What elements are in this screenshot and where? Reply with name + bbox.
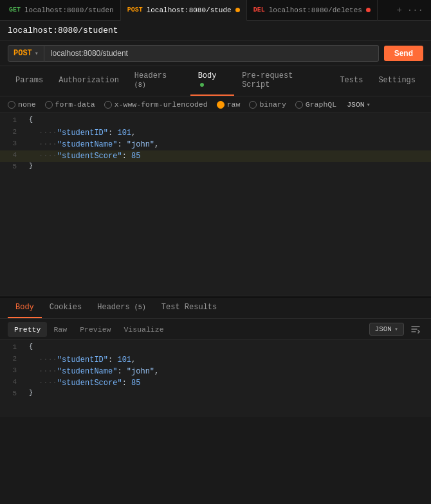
response-tabs: Body Cookies Headers (5) Test Results <box>0 298 431 319</box>
method-select[interactable]: POST ▾ <box>8 45 44 62</box>
body-type-chevron-icon: ▾ <box>367 101 371 109</box>
request-toolbar: POST ▾ Send <box>0 41 431 66</box>
request-body-editor[interactable]: 1 { 2 ····"studentID": 101, 3 ····"stude… <box>0 113 431 296</box>
option-raw[interactable]: raw <box>217 100 241 109</box>
radio-graphql <box>295 101 303 109</box>
resp-tab-headers[interactable]: Headers (5) <box>89 298 154 318</box>
method-chevron-icon: ▾ <box>35 50 39 57</box>
tab-get[interactable]: GET localhost:8080/studen <box>3 0 121 21</box>
tab-del-dot <box>366 8 371 12</box>
resp-format-raw[interactable]: Raw <box>47 322 73 337</box>
tab-settings[interactable]: Settings <box>371 71 423 91</box>
tab-post-method: POST <box>127 6 143 14</box>
tab-actions: + ··· <box>391 5 428 15</box>
resp-type-value: JSON <box>375 325 392 333</box>
resp-tab-cookies[interactable]: Cookies <box>42 298 89 318</box>
tab-authorization[interactable]: Authorization <box>51 71 127 91</box>
resp-tab-test-results[interactable]: Test Results <box>154 298 225 318</box>
response-toolbar: Pretty Raw Preview Visualize JSON ▾ <box>0 319 431 340</box>
code-line-1: 1 { <box>0 116 431 127</box>
option-form-data[interactable]: form-data <box>45 100 95 109</box>
body-active-dot <box>200 83 204 87</box>
url-breadcrumb: localhost:8080/student <box>0 21 431 41</box>
resp-format-pretty[interactable]: Pretty <box>8 322 47 337</box>
url-input[interactable] <box>44 45 379 62</box>
resp-format-preview[interactable]: Preview <box>73 322 117 337</box>
tab-post-url: localhost:8080/stude <box>147 6 232 14</box>
radio-raw <box>217 101 225 109</box>
tab-del[interactable]: DEL localhost:8080/deletes <box>247 0 378 21</box>
option-binary[interactable]: binary <box>249 100 286 109</box>
resp-line-4: 4 ····"studentScore": 85 <box>0 377 431 389</box>
send-button[interactable]: Send <box>384 46 423 61</box>
body-type-value: JSON <box>347 100 365 109</box>
request-nav-tabs: Params Authorization Headers (8) Body Pr… <box>0 66 431 96</box>
method-value: POST <box>14 49 32 58</box>
tab-tests[interactable]: Tests <box>332 71 371 91</box>
tab-get-url: localhost:8080/studen <box>24 6 114 14</box>
radio-binary <box>249 101 257 109</box>
body-type-select[interactable]: JSON ▾ <box>347 100 371 109</box>
more-tabs-button[interactable]: ··· <box>407 5 423 15</box>
resp-line-5: 5 } <box>0 389 431 401</box>
add-tab-button[interactable]: + <box>396 5 401 15</box>
code-line-2: 2 ····"studentID": 101, <box>0 127 431 139</box>
resp-wrap-icon[interactable] <box>408 321 423 337</box>
tab-del-method: DEL <box>253 6 265 14</box>
radio-form-data <box>45 101 53 109</box>
tab-bar: GET localhost:8080/studen POST localhost… <box>0 0 431 21</box>
resp-format-visualize[interactable]: Visualize <box>117 322 170 337</box>
tab-body[interactable]: Body <box>190 66 235 96</box>
resp-type-select[interactable]: JSON ▾ <box>369 323 404 336</box>
tab-post[interactable]: POST localhost:8080/stude <box>121 0 247 21</box>
code-line-4: 4 ····"studentScore": 85 <box>0 150 431 162</box>
option-urlencoded[interactable]: x-www-form-urlencoded <box>104 100 208 109</box>
code-line-3: 3 ····"studentName": "john", <box>0 139 431 150</box>
resp-line-2: 2 ····"studentID": 101, <box>0 354 431 366</box>
option-none[interactable]: none <box>8 100 36 109</box>
radio-urlencoded <box>104 101 112 109</box>
code-line-5: 5 } <box>0 162 431 174</box>
body-options: none form-data x-www-form-urlencoded raw… <box>0 96 431 113</box>
resp-line-1: 1 { <box>0 343 431 354</box>
radio-none <box>8 101 15 109</box>
tab-headers[interactable]: Headers (8) <box>127 66 190 96</box>
url-breadcrumb-text: localhost:8080/student <box>8 26 118 35</box>
tab-post-dot <box>235 8 240 12</box>
resp-type-chevron-icon: ▾ <box>394 325 398 333</box>
resp-line-3: 3 ····"studentName": "john", <box>0 366 431 377</box>
resp-tab-body[interactable]: Body <box>8 298 42 318</box>
option-graphql[interactable]: GraphQL <box>295 100 336 109</box>
tab-params[interactable]: Params <box>8 71 51 91</box>
response-panel: Body Cookies Headers (5) Test Results Pr… <box>0 296 431 417</box>
tab-get-method: GET <box>9 6 21 14</box>
tab-pre-request[interactable]: Pre-request Script <box>234 66 332 96</box>
tab-del-url: localhost:8080/deletes <box>269 6 362 14</box>
response-body-viewer: 1 { 2 ····"studentID": 101, 3 ····"stude… <box>0 340 431 417</box>
